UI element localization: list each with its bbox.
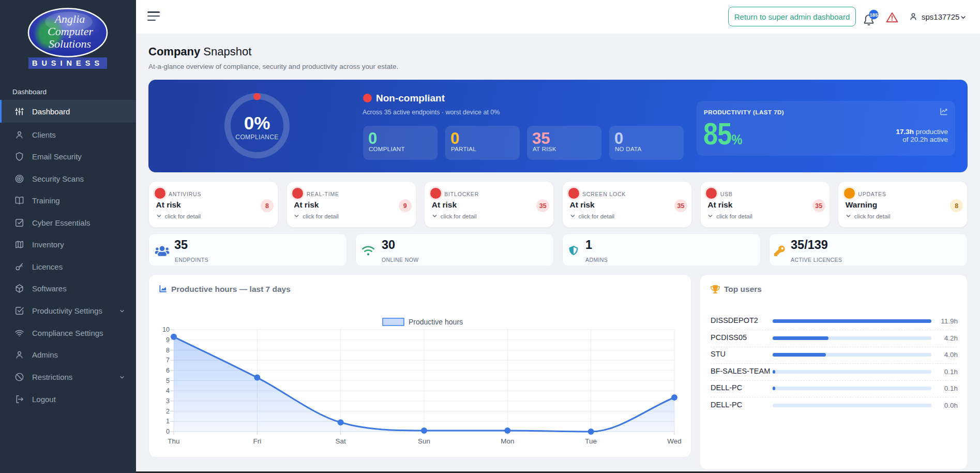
svg-text:9: 9 xyxy=(166,336,170,344)
svg-text:185: 185 xyxy=(870,12,879,18)
svg-text:Sun: Sun xyxy=(418,437,430,445)
svg-text:BUSINESS: BUSINESS xyxy=(32,59,103,67)
svg-text:Wed: Wed xyxy=(667,437,682,445)
svg-text:1: 1 xyxy=(166,418,170,425)
svg-text:Tue: Tue xyxy=(585,437,597,445)
svg-text:Computer: Computer xyxy=(48,25,93,38)
svg-text:Anglia: Anglia xyxy=(54,12,85,25)
svg-text:2: 2 xyxy=(166,408,170,415)
svg-text:Solutions: Solutions xyxy=(49,37,91,50)
svg-text:0: 0 xyxy=(166,428,170,435)
svg-text:Sat: Sat xyxy=(336,437,346,445)
svg-text:Productive hours: Productive hours xyxy=(409,318,463,326)
svg-text:8: 8 xyxy=(166,347,170,354)
svg-text:6: 6 xyxy=(166,367,170,374)
svg-text:10: 10 xyxy=(162,326,170,333)
svg-text:3: 3 xyxy=(166,397,170,405)
svg-text:5: 5 xyxy=(166,377,170,385)
svg-text:Thu: Thu xyxy=(168,437,179,445)
svg-text:Mon: Mon xyxy=(501,437,514,445)
svg-text:7: 7 xyxy=(166,357,170,364)
svg-text:4: 4 xyxy=(166,387,170,394)
svg-text:Fri: Fri xyxy=(253,437,261,445)
